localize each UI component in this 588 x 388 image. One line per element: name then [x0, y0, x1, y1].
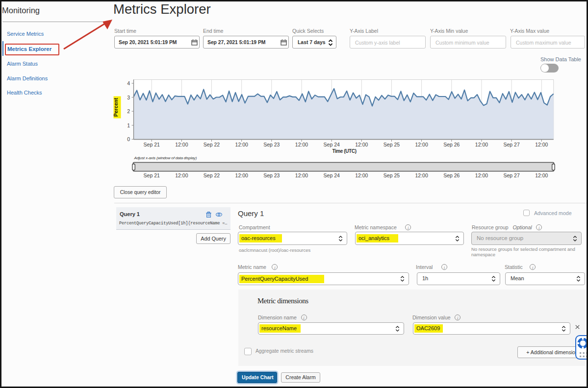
- svg-text:12:00: 12:00: [475, 172, 488, 178]
- svg-text:Percent: Percent: [113, 97, 119, 117]
- svg-text:12:00: 12:00: [295, 172, 308, 178]
- svg-text:1: 1: [127, 122, 130, 128]
- svg-text:Sep 27: Sep 27: [503, 142, 519, 147]
- svg-text:12:00: 12:00: [295, 142, 308, 147]
- svg-text:12:00: 12:00: [535, 172, 548, 178]
- svg-text:12:00: 12:00: [475, 142, 488, 147]
- svg-text:12:00: 12:00: [535, 142, 548, 147]
- svg-text:Sep 26: Sep 26: [443, 142, 460, 147]
- svg-text:Sep 24: Sep 24: [324, 142, 340, 147]
- svg-text:3: 3: [127, 95, 130, 100]
- svg-text:Sep 21: Sep 21: [144, 142, 160, 147]
- svg-text:Sep 25: Sep 25: [383, 142, 400, 147]
- svg-text:12:00: 12:00: [415, 142, 428, 147]
- svg-text:Sep 27: Sep 27: [503, 172, 519, 178]
- svg-text:Sep 26: Sep 26: [443, 172, 460, 178]
- svg-text:Sep 24: Sep 24: [324, 172, 340, 178]
- svg-text:0: 0: [127, 136, 130, 142]
- svg-text:12:00: 12:00: [415, 172, 428, 178]
- svg-text:Sep 23: Sep 23: [263, 172, 280, 178]
- svg-text:12:00: 12:00: [235, 142, 248, 147]
- svg-text:12:00: 12:00: [355, 172, 368, 178]
- svg-text:12:00: 12:00: [175, 172, 188, 178]
- svg-text:12:00: 12:00: [235, 172, 248, 178]
- svg-text:Sep 25: Sep 25: [383, 172, 400, 178]
- svg-text:Sep 21: Sep 21: [144, 172, 160, 178]
- svg-text:Sep 23: Sep 23: [263, 142, 280, 147]
- svg-text:Time (UTC): Time (UTC): [332, 148, 356, 154]
- svg-text:Sep 22: Sep 22: [204, 142, 220, 147]
- svg-text:Adjust x-axis (window of data: Adjust x-axis (window of data display): [134, 156, 197, 160]
- svg-text:12:00: 12:00: [175, 142, 188, 147]
- svg-text:Sep 22: Sep 22: [204, 172, 220, 178]
- svg-text:2: 2: [127, 108, 130, 114]
- svg-text:12:00: 12:00: [355, 142, 368, 147]
- svg-text:4: 4: [127, 80, 130, 86]
